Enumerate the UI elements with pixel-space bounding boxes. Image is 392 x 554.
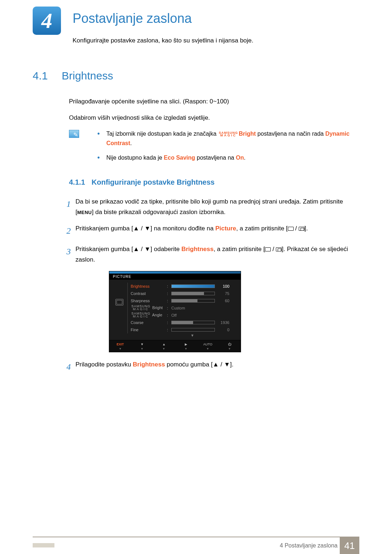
osd-value: 60 (215, 299, 229, 303)
subsection-title: Konfiguriranje postavke Brightness (91, 178, 215, 186)
osd-value-text: Off (171, 313, 176, 317)
osd-footer-bot: ▾ (175, 347, 197, 350)
osd-colon: : (167, 299, 171, 303)
osd-row: Fine:0 (127, 326, 237, 333)
osd-colon: : (167, 284, 171, 288)
osd-value: 0 (215, 328, 229, 332)
screen-source-icon (299, 227, 305, 231)
section-intro-2: Odabirom viših vrijednosti slika će izgl… (69, 113, 359, 123)
section-title: Brightness (62, 70, 113, 82)
screen-source-icon (276, 247, 282, 251)
osd-title: PICTURE (109, 274, 241, 280)
chapter-subtitle: Konfigurirajte postavke zaslona, kao što… (73, 37, 359, 44)
osd-footer-cell: ▲▾ (153, 340, 175, 352)
osd-row: Contrast:75 (127, 290, 237, 297)
osd-footer-top: ▶ (175, 342, 197, 347)
chapter-number-badge: 4 (33, 7, 61, 35)
osd-row: SAMSUNGMAGIC Angle:Off (127, 312, 237, 319)
osd-footer-cell: EXIT▾ (109, 340, 131, 352)
osd-footer-top: ⏻ (219, 342, 241, 347)
osd-footer-top: ▲ (153, 342, 175, 347)
step-number: 1 (62, 197, 75, 218)
osd-footer-cell: ⏻▾ (219, 340, 241, 352)
osd-colon: : (167, 291, 171, 296)
osd-colon: : (167, 313, 171, 317)
osd-footer-cell: ▼▾ (131, 340, 153, 352)
osd-value: 100 (215, 284, 229, 288)
picture-tab-icon (115, 299, 123, 305)
osd-row-label: Sharpness (131, 299, 167, 303)
osd-row-label: SAMSUNGMAGIC Angle (131, 312, 167, 318)
osd-slider (171, 292, 215, 295)
osd-footer-cell: ▶▾ (175, 340, 197, 352)
chapter-title: Postavljanje zaslona (73, 11, 192, 26)
page-number: 41 (340, 537, 359, 554)
step3-text-a: Pritiskanjem gumba [ (75, 246, 133, 253)
note-block: • Taj izbornik nije dostupan kada je zna… (69, 129, 359, 167)
triangle-down-icon: ▼ (144, 225, 151, 232)
step-number: 3 (62, 244, 75, 265)
menu-button-label: MENU (77, 210, 92, 215)
bullet-icon: • (97, 129, 100, 148)
section-intro-1: Prilagođavanje općenite svjetline na sli… (69, 97, 359, 106)
note-item-1: • Taj izbornik nije dostupan kada je zna… (86, 129, 359, 148)
osd-footer-top: EXIT (109, 342, 131, 347)
osd-row: Sharpness:60 (127, 297, 237, 304)
step-3: 3 Pritiskanjem gumba [▲ / ▼] odaberite B… (62, 244, 359, 265)
step2-highlight: Picture (215, 225, 236, 232)
step4-text-b: pomoću gumba [ (165, 361, 213, 368)
note1-text-c: . (130, 140, 132, 146)
note-item-2: • Nije dostupno kada je Eco Saving posta… (86, 153, 359, 163)
step2-text-d: ]. (305, 225, 308, 232)
note2-text-c: . (244, 155, 245, 161)
note1-text-a: Taj izbornik nije dostupan kada je znača… (106, 131, 218, 137)
osd-row-label: SAMSUNGMAGIC Bright (131, 305, 167, 311)
osd-footer-bot: ▾ (131, 347, 153, 350)
step4-highlight: Brightness (133, 361, 165, 368)
osd-slider (171, 328, 215, 332)
note2-text-b: postavljena na (197, 155, 236, 161)
triangle-up-icon: ▲ (133, 225, 139, 232)
osd-footer-cell: AUTO▾ (197, 340, 219, 352)
step1-text-b: ] da biste prikazali odgovarajući zaslon… (92, 209, 226, 216)
footer-text: 4 Postavljanje zaslona (280, 542, 338, 549)
osd-row-label: Fine (131, 328, 167, 332)
step-2: 2 Pritiskanjem gumba [▲ / ▼] na monitoru… (62, 223, 359, 238)
step4-text-a: Prilagodite postavku (75, 361, 133, 368)
osd-slider (171, 321, 215, 324)
step2-text-c: , a zatim pritisnite [ (236, 225, 288, 232)
triangle-down-icon: ▼ (224, 361, 230, 368)
note-icon (69, 130, 79, 138)
bullet-icon: • (97, 153, 100, 163)
osd-row: Brightness:100 (127, 283, 237, 290)
triangle-up-icon: ▲ (133, 246, 139, 253)
osd-screenshot: PICTURE Brightness:100Contrast:75Sharpne… (109, 271, 241, 352)
osd-value: 1936 (215, 320, 229, 325)
screen-icon (265, 247, 271, 251)
footer-accent (33, 543, 54, 547)
osd-value: 75 (215, 291, 229, 296)
osd-value-text: Custom (171, 306, 185, 310)
step-4: 4 Prilagodite postavku Brightness pomoću… (62, 360, 359, 374)
osd-row-label: Coarse (131, 320, 167, 325)
step-number: 2 (62, 223, 75, 238)
osd-colon: : (167, 306, 171, 310)
osd-row-label: Contrast (131, 291, 167, 296)
osd-footer-top: ▼ (131, 342, 153, 347)
section-number: 4.1 (33, 70, 62, 82)
step2-text-a: Pritiskanjem gumba [ (75, 225, 133, 232)
osd-colon: : (167, 320, 171, 325)
screen-icon (288, 227, 294, 231)
subsection-number: 4.1.1 (69, 178, 85, 186)
step3-highlight: Brightness (181, 246, 214, 253)
osd-slider (171, 299, 215, 303)
note2-text-a: Nije dostupno kada je (106, 155, 164, 161)
osd-row: Coarse:1936 (127, 319, 237, 326)
step2-text-b: ] na monitoru dođite na (151, 225, 216, 232)
osd-footer-bot: ▾ (197, 347, 219, 350)
osd-footer-bot: ▾ (153, 347, 175, 350)
osd-row-label: Brightness (131, 284, 167, 288)
triangle-up-icon: ▲ (213, 361, 219, 368)
step3-text-b: ] odaberite (151, 246, 181, 253)
samsung-magic-label: SAMSUNG MAGIC (219, 132, 238, 137)
